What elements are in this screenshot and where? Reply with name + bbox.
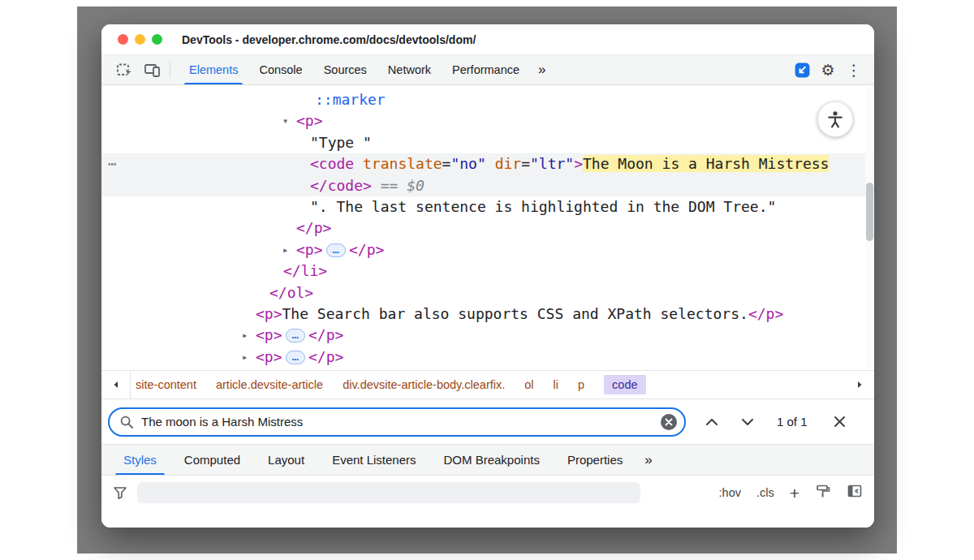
settings-gear-icon[interactable]: ⚙	[816, 58, 840, 82]
code-segment-text: ". The last sentence is highlighted in t…	[310, 198, 776, 215]
breadcrumb-scroll-right-icon[interactable]	[848, 371, 871, 398]
elements-dom-tree: ::marker▾<p>"Type "⋯<code translate="no"…	[101, 85, 874, 370]
dom-search-bar: 1 of 1	[101, 399, 874, 445]
dom-tree-row[interactable]: </ol>	[101, 282, 874, 304]
styles-tab-strip: StylesComputedLayoutEvent ListenersDOM B…	[101, 445, 874, 476]
code-segment-tag: </p>	[349, 241, 384, 258]
dom-tree-row[interactable]: </p>	[101, 218, 874, 239]
code-segment-text	[354, 155, 363, 172]
dom-tree-row[interactable]: "Type "	[101, 132, 874, 153]
toggle-element-state-button[interactable]: :hov	[719, 486, 741, 499]
search-box[interactable]	[108, 407, 686, 437]
collapsed-arrow-icon[interactable]: ▸	[242, 347, 248, 368]
tab-performance[interactable]: Performance	[442, 55, 530, 84]
tab-layout[interactable]: Layout	[254, 445, 318, 475]
accessibility-icon[interactable]	[817, 101, 853, 137]
breadcrumb-item-li[interactable]: li	[554, 378, 558, 391]
dom-tree-row[interactable]: ⋯<code translate="no" dir="ltr">The Moon…	[101, 153, 874, 174]
tab-console[interactable]: Console	[248, 55, 312, 84]
panel-tab-strip: ElementsConsoleSourcesNetworkPerformance…	[179, 55, 554, 84]
tab-sources[interactable]: Sources	[313, 55, 377, 84]
breadcrumb-item-div-devsite-article-body-clearfix-[interactable]: div.devsite-article-body.clearfix.	[343, 378, 505, 391]
close-window-button[interactable]	[118, 34, 128, 45]
breadcrumb-item-article-devsite-article[interactable]: article.devsite-article	[216, 378, 323, 391]
close-search-icon[interactable]	[834, 416, 846, 428]
element-classes-button[interactable]: .cls	[756, 486, 774, 499]
expanded-arrow-icon[interactable]: ▾	[282, 110, 288, 131]
scrollbar-thumb[interactable]	[866, 183, 873, 241]
code-segment-tag: </p>	[296, 219, 331, 236]
code-segment-text: =	[521, 155, 530, 172]
clear-search-icon[interactable]	[661, 414, 677, 430]
search-navigation: 1 of 1	[705, 415, 808, 429]
previous-match-icon[interactable]	[705, 418, 718, 426]
dom-tree-row[interactable]: </code> == $0	[101, 175, 874, 196]
tab-computed[interactable]: Computed	[170, 445, 254, 475]
hidden-children-ellipsis[interactable]: …	[286, 351, 305, 364]
window-bottom-spacer	[101, 510, 874, 528]
code-segment-tag: >	[574, 155, 583, 172]
paint-roller-icon[interactable]	[815, 484, 831, 502]
dom-tree-row[interactable]: ▸<p>…</p>	[101, 347, 874, 368]
code-segment-tag: </p>	[748, 305, 783, 322]
code-segment-attr: dir	[495, 155, 522, 172]
devtools-window: DevTools - developer.chrome.com/docs/dev…	[101, 24, 874, 528]
tab-properties[interactable]: Properties	[554, 445, 636, 475]
new-style-rule-button[interactable]: +	[790, 485, 799, 502]
next-match-icon[interactable]	[741, 418, 754, 426]
breadcrumb-item-ol[interactable]: ol	[524, 378, 533, 391]
search-icon	[119, 415, 134, 429]
dom-tree-row[interactable]: ". The last sentence is highlighted in t…	[101, 196, 874, 218]
breadcrumb: site-contentarticle.devsite-articlediv.d…	[101, 370, 874, 399]
tab-elements[interactable]: Elements	[179, 55, 248, 84]
breadcrumb-scroll-left-icon[interactable]	[101, 371, 131, 398]
breadcrumb-item-code[interactable]: code	[604, 375, 645, 394]
row-overflow-menu-icon[interactable]: ⋯	[108, 153, 118, 174]
dom-tree-row[interactable]: ▾<p>	[101, 110, 874, 131]
code-segment-tag: </li>	[283, 262, 327, 279]
hidden-children-ellipsis[interactable]: …	[286, 329, 305, 342]
dom-tree-row[interactable]: ▸<p>…</p>	[101, 325, 874, 346]
tab-event-listeners[interactable]: Event Listeners	[318, 445, 429, 475]
maximize-window-button[interactable]	[152, 34, 162, 45]
collapsed-arrow-icon[interactable]: ▸	[282, 239, 288, 261]
code-segment-var: $0	[407, 177, 425, 194]
tab-network[interactable]: Network	[377, 55, 442, 84]
minimize-window-button[interactable]	[135, 34, 145, 45]
code-segment-tag: </p>	[308, 326, 343, 343]
breadcrumb-list: site-contentarticle.devsite-articlediv.d…	[131, 375, 874, 394]
inspect-element-icon[interactable]	[111, 55, 139, 84]
dom-tree-row[interactable]: </li>	[101, 261, 874, 282]
square-arrow-icon[interactable]	[790, 58, 814, 82]
toolbar-right-controls: ⚙ ⋮	[790, 55, 866, 84]
code-segment-tag: </ol>	[269, 284, 313, 301]
code-segment-text: =	[442, 155, 451, 172]
dom-tree-row[interactable]: <p>The Search bar also supports CSS and …	[101, 304, 874, 325]
code-segment-tag: <p>	[256, 326, 282, 343]
collapsed-arrow-icon[interactable]: ▸	[242, 325, 248, 346]
code-segment-text: The Search bar also supports CSS and XPa…	[282, 305, 748, 322]
tabs-overflow-icon[interactable]: »	[530, 55, 554, 84]
match-count: 1 of 1	[777, 415, 808, 429]
styles-filter-bar: :hov .cls +	[101, 476, 874, 510]
window-title: DevTools - developer.chrome.com/docs/dev…	[182, 33, 476, 46]
styles-filter-input[interactable]	[137, 482, 640, 503]
code-segment-tag: <code	[310, 155, 354, 172]
tab-styles[interactable]: Styles	[110, 445, 170, 475]
filter-funnel-icon	[113, 486, 127, 500]
code-segment-hl: The Moon is a Harsh Mistress	[583, 155, 829, 172]
breadcrumb-item-site-content[interactable]: site-content	[136, 378, 196, 391]
tabs-overflow-icon[interactable]: »	[636, 445, 660, 475]
dom-tree-row[interactable]: ::marker	[101, 89, 874, 110]
breadcrumb-item-p[interactable]: p	[578, 378, 584, 391]
device-toolbar-icon[interactable]	[139, 55, 166, 84]
code-segment-text	[486, 155, 495, 172]
hidden-children-ellipsis[interactable]: …	[326, 243, 346, 257]
sidebar-toggle-icon[interactable]	[847, 484, 863, 502]
kebab-menu-icon[interactable]: ⋮	[842, 58, 866, 82]
code-segment-tag: <p>	[256, 348, 282, 365]
toolbar-divider	[170, 62, 170, 78]
dom-tree-row[interactable]: ▸<p>…</p>	[101, 239, 874, 261]
tab-dom-breakpoints[interactable]: DOM Breakpoints	[430, 445, 554, 475]
search-input[interactable]	[141, 415, 661, 429]
